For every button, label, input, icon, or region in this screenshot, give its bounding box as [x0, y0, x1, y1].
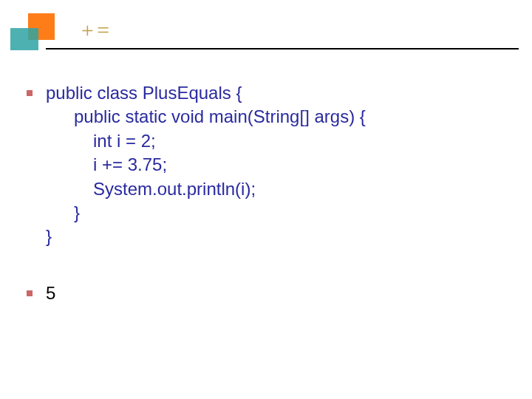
code-line-3: int i = 2; — [46, 129, 366, 153]
slide-content: public class PlusEquals { public static … — [27, 81, 517, 310]
bullet-icon — [27, 290, 33, 296]
bullet-item-answer: 5 — [27, 282, 517, 305]
title-divider — [46, 48, 519, 50]
code-line-1: public class PlusEquals { — [46, 81, 366, 105]
answer-text: 5 — [46, 282, 55, 305]
slide-title: += — [80, 18, 112, 43]
deco-square-teal — [10, 28, 38, 50]
code-line-4: i += 3.75; — [46, 153, 366, 177]
slide: += public class PlusEquals { public stat… — [0, 0, 532, 399]
code-line-6: } — [46, 201, 366, 225]
bullet-item-code: public class PlusEquals { public static … — [27, 81, 517, 249]
corner-decoration — [10, 13, 62, 50]
bullet-icon — [27, 90, 33, 96]
code-line-5: System.out.println(i); — [46, 177, 366, 201]
code-line-7: } — [46, 225, 366, 248]
code-block: public class PlusEquals { public static … — [46, 81, 366, 249]
code-line-2: public static void main(String[] args) { — [46, 105, 366, 129]
